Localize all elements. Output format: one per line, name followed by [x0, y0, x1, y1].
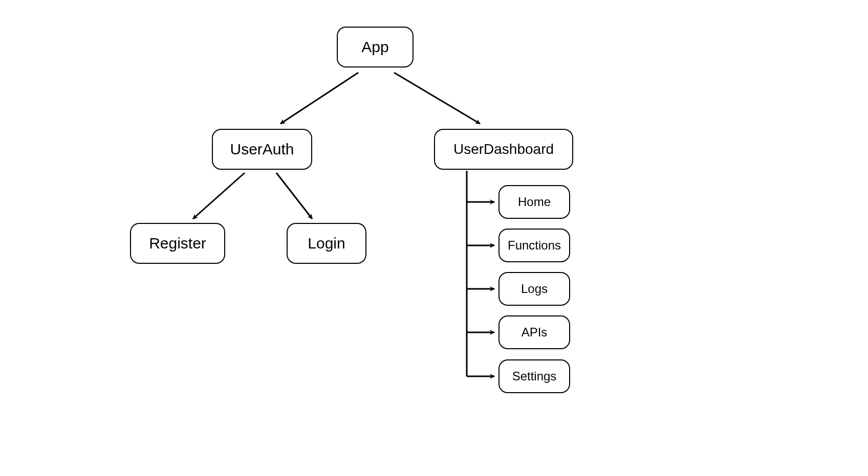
- node-settings-label: Settings: [512, 369, 557, 383]
- node-login-label: Login: [308, 235, 345, 252]
- node-userauth: UserAuth: [212, 129, 312, 170]
- node-register-label: Register: [149, 235, 206, 252]
- node-functions: Functions: [498, 229, 570, 262]
- node-settings: Settings: [498, 359, 570, 393]
- node-home: Home: [498, 185, 570, 219]
- node-logs: Logs: [498, 272, 570, 306]
- node-app: App: [337, 27, 414, 67]
- svg-line-2: [193, 173, 245, 219]
- node-functions-label: Functions: [508, 238, 561, 253]
- node-apis: APIs: [498, 315, 570, 349]
- node-home-label: Home: [518, 195, 551, 209]
- svg-line-1: [394, 73, 480, 124]
- node-logs-label: Logs: [521, 282, 548, 296]
- node-userdashboard-label: UserDashboard: [453, 141, 554, 157]
- node-login: Login: [287, 223, 366, 264]
- svg-line-3: [276, 173, 312, 219]
- node-userauth-label: UserAuth: [230, 141, 294, 158]
- node-apis-label: APIs: [522, 325, 548, 339]
- node-userdashboard: UserDashboard: [434, 129, 573, 170]
- node-app-label: App: [361, 38, 388, 56]
- component-tree-diagram: App UserAuth Register Login UserDashboar…: [0, 0, 868, 476]
- svg-line-0: [280, 73, 358, 124]
- node-register: Register: [130, 223, 225, 264]
